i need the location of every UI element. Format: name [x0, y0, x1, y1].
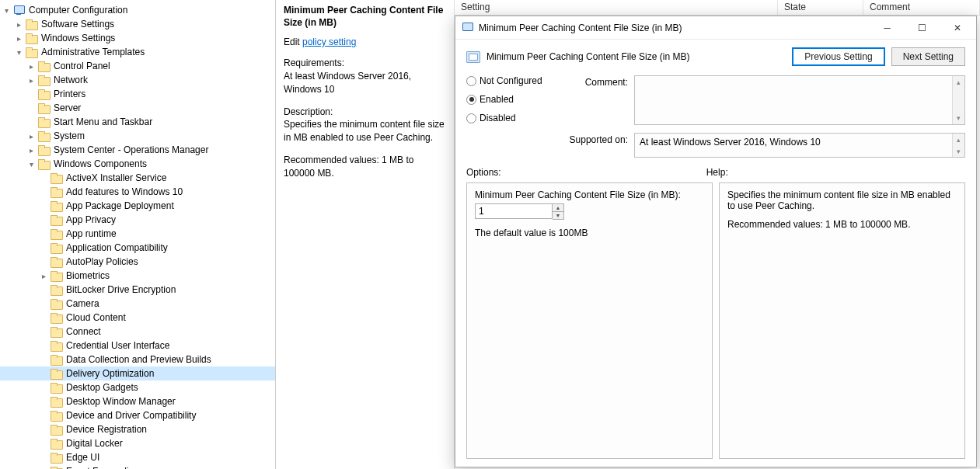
- edit-policy-link[interactable]: policy setting: [302, 36, 356, 47]
- folder-icon: [51, 257, 63, 267]
- requirements-heading: Requirements:: [284, 57, 446, 70]
- folder-icon: [51, 229, 63, 239]
- chevron-right-icon[interactable]: ▸: [26, 145, 37, 155]
- tree-label: Digital Locker: [66, 438, 123, 449]
- chevron-right-icon[interactable]: ▸: [14, 19, 24, 30]
- radio-label: Not Configured: [480, 75, 542, 86]
- tree-item-windows-components[interactable]: ▾Windows Components: [0, 157, 275, 171]
- tree-item-software-settings[interactable]: ▸Software Settings: [0, 17, 275, 31]
- tree-item-network[interactable]: ▸Network: [0, 73, 275, 87]
- chevron-right-icon[interactable]: ▸: [14, 33, 24, 43]
- tree-item[interactable]: ▸Application Compatibility: [0, 241, 275, 255]
- policy-dialog: Minimum Peer Caching Content File Size (…: [455, 16, 977, 467]
- tree-item[interactable]: ▸Delivery Optimization: [0, 367, 275, 380]
- tree-item[interactable]: ▸BitLocker Drive Encryption: [0, 283, 275, 297]
- titlebar[interactable]: Minimum Peer Caching Content File Size (…: [455, 16, 976, 40]
- tree-item[interactable]: ▸AutoPlay Policies: [0, 255, 275, 269]
- tree-label: Delivery Optimization: [66, 368, 154, 379]
- minimum-size-spinner[interactable]: ▲▼: [475, 203, 704, 220]
- folder-icon: [38, 61, 51, 71]
- tree-item[interactable]: ▸Biometrics: [0, 269, 275, 283]
- col-setting[interactable]: Setting: [455, 0, 778, 15]
- folder-icon: [51, 453, 63, 463]
- tree-item-start-menu[interactable]: ▸Start Menu and Taskbar: [0, 115, 275, 129]
- chevron-right-icon[interactable]: ▸: [39, 271, 49, 281]
- chevron-right-icon[interactable]: ▸: [26, 131, 37, 141]
- scroll-up-icon[interactable]: ▴: [953, 134, 964, 145]
- tree-item[interactable]: ▸Cloud Content: [0, 311, 275, 325]
- tree-label: Camera: [66, 298, 99, 309]
- folder-icon: [38, 117, 51, 127]
- scroll-down-icon[interactable]: ▾: [953, 145, 964, 157]
- col-state[interactable]: State: [778, 0, 863, 15]
- chevron-down-icon[interactable]: ▾: [26, 159, 37, 169]
- folder-icon: [51, 313, 63, 323]
- tree-item[interactable]: ▸Device Registration: [0, 422, 275, 436]
- close-button[interactable]: ✕: [940, 17, 975, 39]
- supported-value: At least Windows Server 2016, Windows 10: [640, 137, 821, 148]
- tree-item[interactable]: ▸Edge UI: [0, 450, 275, 464]
- tree-item[interactable]: ▸Device and Driver Compatibility: [0, 408, 275, 422]
- tree-item[interactable]: ▸App Package Deployment: [0, 199, 275, 213]
- tree-label: Software Settings: [41, 19, 114, 30]
- tree-label: Server: [54, 102, 81, 113]
- list-header: Setting State Comment: [455, 0, 980, 16]
- tree-item[interactable]: ▸Digital Locker: [0, 436, 275, 450]
- radio-not-configured[interactable]: Not Configured: [466, 75, 560, 86]
- tree-item[interactable]: ▸Desktop Gadgets: [0, 380, 275, 394]
- tree-item-admin-templates[interactable]: ▾Administrative Templates: [0, 45, 275, 59]
- radio-disabled[interactable]: Disabled: [466, 113, 560, 123]
- folder-icon: [51, 369, 63, 379]
- folder-icon: [51, 341, 63, 351]
- comment-label: Comment:: [560, 75, 628, 125]
- tree-item-system[interactable]: ▸System: [0, 129, 275, 143]
- tree-item-scom[interactable]: ▸System Center - Operations Manager: [0, 143, 275, 157]
- folder-icon: [51, 201, 63, 211]
- radio-icon: [466, 95, 476, 105]
- radio-label: Disabled: [480, 113, 516, 123]
- tree-item[interactable]: ▸ActiveX Installer Service: [0, 171, 275, 185]
- tree-item-printers[interactable]: ▸Printers: [0, 87, 275, 101]
- minimize-button[interactable]: ─: [870, 17, 905, 39]
- tree-pane: ▾Computer Configuration ▸Software Settin…: [0, 0, 276, 469]
- chevron-down-icon[interactable]: ▾: [2, 5, 12, 16]
- tree-label: Event Forwarding: [66, 466, 139, 469]
- tree-label: Control Panel: [54, 61, 110, 71]
- comment-textarea[interactable]: ▴▾: [634, 75, 965, 125]
- folder-icon: [38, 159, 51, 169]
- chevron-down-icon[interactable]: ▾: [14, 47, 24, 57]
- tree-item-control-panel[interactable]: ▸Control Panel: [0, 59, 275, 73]
- tree-item[interactable]: ▸Data Collection and Preview Builds: [0, 353, 275, 367]
- window-title: Minimum Peer Caching Content File Size (…: [479, 23, 870, 33]
- chevron-right-icon[interactable]: ▸: [26, 75, 37, 85]
- folder-icon: [51, 243, 63, 253]
- folder-icon: [51, 397, 63, 407]
- spin-down-icon[interactable]: ▼: [553, 212, 563, 220]
- radio-enabled[interactable]: Enabled: [466, 94, 560, 105]
- tree-item[interactable]: ▸Credential User Interface: [0, 339, 275, 353]
- tree-root[interactable]: ▾Computer Configuration: [0, 3, 275, 17]
- option-hint: The default value is 100MB: [475, 228, 704, 238]
- app-icon: [462, 22, 474, 34]
- next-setting-button[interactable]: Next Setting: [891, 47, 965, 66]
- minimum-size-input[interactable]: [475, 203, 553, 219]
- tree-item[interactable]: ▸App Privacy: [0, 213, 275, 227]
- tree-item[interactable]: ▸Desktop Window Manager: [0, 394, 275, 408]
- maximize-button[interactable]: ☐: [905, 17, 940, 39]
- folder-icon: [26, 33, 38, 43]
- tree-item[interactable]: ▸Add features to Windows 10: [0, 185, 275, 199]
- tree-item-server[interactable]: ▸Server: [0, 101, 275, 115]
- tree-item[interactable]: ▸Camera: [0, 297, 275, 311]
- scrollbar[interactable]: ▴▾: [952, 134, 964, 157]
- tree-item[interactable]: ▸Connect: [0, 325, 275, 339]
- scroll-down-icon[interactable]: ▾: [953, 112, 964, 124]
- scrollbar[interactable]: ▴▾: [952, 76, 964, 124]
- tree-item-windows-settings[interactable]: ▸Windows Settings: [0, 31, 275, 45]
- previous-setting-button[interactable]: Previous Setting: [792, 47, 884, 66]
- chevron-right-icon[interactable]: ▸: [26, 61, 37, 71]
- tree-item[interactable]: ▸Event Forwarding: [0, 464, 275, 469]
- scroll-up-icon[interactable]: ▴: [953, 76, 964, 89]
- col-comment[interactable]: Comment: [863, 0, 980, 15]
- tree-item[interactable]: ▸App runtime: [0, 227, 275, 241]
- spin-up-icon[interactable]: ▲: [553, 204, 563, 212]
